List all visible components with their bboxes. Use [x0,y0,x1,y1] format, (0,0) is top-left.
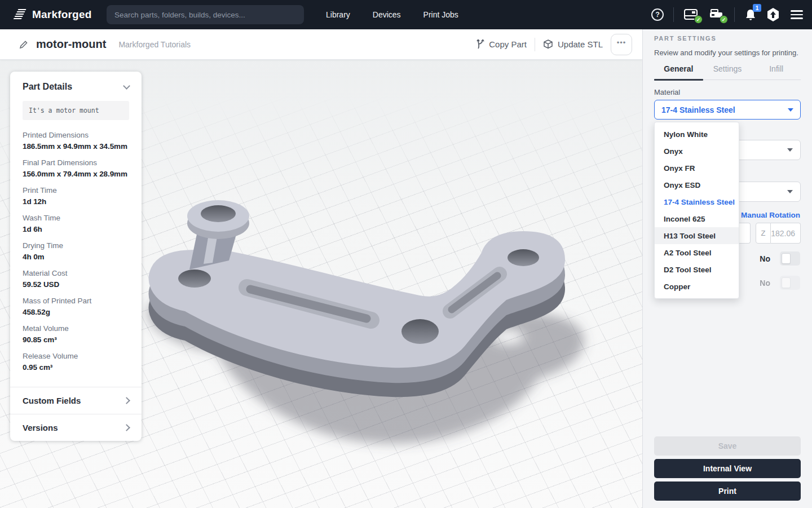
notifications-button[interactable]: 1 [744,8,757,21]
stat-label: Metal Volume [23,324,129,333]
section-label: Versions [23,423,58,432]
panel-subtitle: Review and modify your settings for prin… [654,48,798,57]
nav-link-devices[interactable]: Devices [361,0,412,29]
settings-tabs: GeneralSettingsInfill [654,64,801,80]
stat-item: Print Time1d 12h [23,185,129,206]
caret-down-icon [788,108,793,112]
section-row-custom-fields[interactable]: Custom Fields [10,387,142,414]
top-navbar: Markforged LibraryDevicesPrint Jobs ? ✓ … [0,0,812,29]
dropdown-item-inconel-625[interactable]: Inconel 625 [655,210,739,227]
material-label: Material [654,88,680,96]
rotation-z-axis-label: Z [756,223,771,244]
toggle-2-label: No [760,279,770,288]
dropdown-item-a2-tool-steel[interactable]: A2 Tool Steel [655,244,739,261]
section-label: Custom Fields [23,396,81,405]
part-details-header[interactable]: Part Details [10,72,142,92]
stat-label: Mass of Printed Part [23,296,129,306]
stat-item: Metal Volume90.85 cm³ [23,324,129,344]
part-stats-list: Printed Dimensions186.5mm x 94.9mm x 34.… [10,120,142,387]
stat-item: Release Volume0.95 cm³ [23,351,129,372]
printer-status-button-2[interactable]: ✓ [709,8,725,21]
chevron-down-icon [123,82,130,90]
stat-item: Material Cost59.52 USD [23,268,129,289]
chevron-right-icon [123,424,130,431]
updates-button[interactable] [766,7,780,22]
navbar-divider [734,7,735,22]
rotation-z-value: 182.06 [771,223,801,244]
dropdown-item-d2-tool-steel[interactable]: D2 Tool Steel [655,261,739,278]
global-search[interactable] [107,5,304,24]
brand-name: Markforged [32,8,91,21]
material-value: 17-4 Stainless Steel [661,105,735,114]
nav-links: LibraryDevicesPrint Jobs [315,0,470,29]
stat-label: Print Time [23,185,129,195]
stat-label: Wash Time [23,213,129,223]
tab-infill[interactable]: Infill [752,64,801,79]
panel-title: PART SETTINGS [654,35,717,42]
tab-general[interactable]: General [654,64,703,79]
stat-value: 90.85 cm³ [23,335,129,344]
manual-rotation-link[interactable]: Manual Rotation [741,211,800,219]
stat-value: 1d 6h [23,224,129,234]
ellipsis-icon: ••• [617,39,626,46]
notification-count-badge: 1 [753,4,761,12]
nav-link-print-jobs[interactable]: Print Jobs [412,0,470,29]
nav-link-library[interactable]: Library [315,0,361,29]
stl-cube-icon [543,39,553,49]
toggle-1-label: No [760,254,770,263]
dropdown-item-onyx-esd[interactable]: Onyx ESD [655,176,739,193]
part-settings-panel: PART SETTINGS Review and modify your set… [642,29,812,508]
stat-label: Release Volume [23,351,129,361]
caret-down-icon [787,190,793,193]
toggle-2-switch[interactable] [780,276,800,290]
printer-status-button-1[interactable]: ✓ [683,8,699,21]
section-row-versions[interactable]: Versions [10,414,142,441]
edit-pencil-icon[interactable] [19,40,28,49]
caret-down-icon [787,148,793,152]
stat-value: 0.95 cm³ [23,363,129,372]
rotation-z-field[interactable]: Z 182.06 [756,223,801,244]
dropdown-item-h13-tool-steel[interactable]: H13 Tool Steel [655,227,739,244]
breadcrumb[interactable]: Markforged Tutorials [118,40,191,49]
dropdown-item-nylon-white[interactable]: Nylon White [655,126,739,143]
dropdown-item-onyx-fr[interactable]: Onyx FR [655,160,739,176]
navbar-divider [673,7,674,22]
stat-item: Mass of Printed Part458.52g [23,296,129,317]
internal-view-button[interactable]: Internal View [654,459,801,478]
copy-part-label: Copy Part [489,39,527,49]
help-button[interactable]: ? [651,8,664,21]
save-button[interactable]: Save [654,436,801,456]
stat-value: 156.0mm x 79.4mm x 28.9mm [23,169,129,179]
menu-button[interactable] [789,8,804,21]
stat-value: 59.52 USD [23,280,129,289]
dropdown-item-17-4-stainless-steel[interactable]: 17-4 Stainless Steel [655,193,739,210]
update-stl-button[interactable]: Update STL [543,39,603,49]
header-divider [535,38,535,51]
print-button[interactable]: Print [654,482,801,501]
branch-icon [476,39,484,49]
part-details-card: Part Details It's a motor mount Printed … [10,72,142,441]
search-input[interactable] [114,11,296,19]
toggle-1-switch[interactable] [780,251,800,266]
printer-ok-badge: ✓ [694,15,703,24]
part-description-field[interactable]: It's a motor mount [23,101,129,120]
viewport-3d[interactable]: Part Details It's a motor mount Printed … [0,60,642,508]
copy-part-button[interactable]: Copy Part [476,39,527,49]
markforged-logo-icon [12,8,27,21]
part-header: motor-mount Markforged Tutorials Copy Pa… [0,29,642,60]
stat-item: Wash Time1d 6h [23,213,129,234]
stat-value: 458.52g [23,307,129,317]
page-title: motor-mount [36,38,106,51]
stat-label: Drying Time [23,241,129,250]
header-actions: Copy Part Update STL ••• [476,34,632,55]
more-actions-button[interactable]: ••• [611,34,632,55]
tab-settings[interactable]: Settings [703,64,752,79]
printer-ok-badge: ✓ [720,15,728,24]
brand-logo[interactable]: Markforged [0,8,91,21]
dropdown-item-copper[interactable]: Copper [655,278,739,295]
dropdown-item-onyx[interactable]: Onyx [655,143,739,160]
material-select[interactable]: 17-4 Stainless Steel [654,100,801,120]
navbar-right: ? ✓ ✓ 1 [651,0,804,29]
stat-value: 186.5mm x 94.9mm x 34.5mm [23,142,129,151]
hexagon-up-arrow-icon [766,7,780,22]
